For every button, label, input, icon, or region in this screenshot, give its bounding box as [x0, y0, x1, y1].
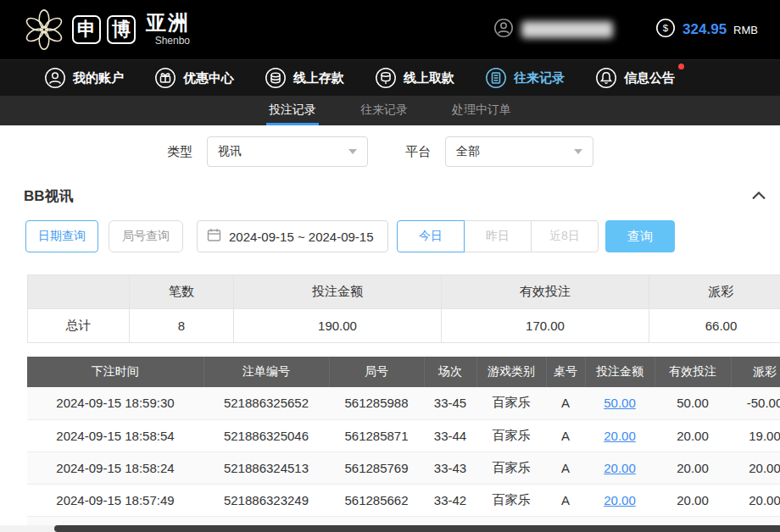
col-game-type: 游戏类别	[476, 357, 546, 387]
nav-item-my-account[interactable]: 我的账户	[44, 67, 124, 89]
nav-item-label: 线上取款	[404, 70, 454, 86]
cell-table: A	[546, 452, 585, 484]
nav-item-announcements[interactable]: 信息公告	[595, 67, 675, 89]
balance-amount: 324.95	[682, 21, 727, 38]
platform-select-value: 全部	[456, 144, 480, 159]
nav-item-online-deposit[interactable]: 线上存款	[265, 67, 344, 89]
type-select[interactable]: 视讯	[207, 136, 368, 167]
announcement-bell-icon	[595, 67, 617, 89]
cell-payout: 20.00	[731, 484, 780, 516]
brand-logo[interactable]: 申 博 亚洲 Shenbo	[22, 8, 190, 52]
tab-betting-records[interactable]: 投注记录	[266, 96, 319, 125]
bet-amount-link[interactable]: 20.00	[604, 493, 636, 507]
col-session: 场次	[424, 357, 476, 387]
cell-game-type: 百家乐	[476, 387, 546, 419]
notification-badge-dot	[678, 64, 684, 69]
search-button[interactable]: 查询	[605, 220, 675, 252]
platform-select[interactable]: 全部	[445, 136, 593, 167]
table-row: 2024-09-15 18:57:49 521886323249 5612856…	[27, 484, 780, 516]
cell-valid-bet: 20.00	[655, 484, 731, 516]
platform-label: 平台	[405, 144, 431, 160]
last-8-days-button[interactable]: 近8日	[531, 220, 599, 252]
date-query-button[interactable]: 日期查询	[25, 220, 98, 252]
summary-total-label: 总计	[28, 309, 130, 343]
cell-bet-id: 521886324513	[203, 452, 329, 484]
user-avatar-icon	[493, 18, 514, 42]
col-valid-bet: 有效投注	[655, 357, 731, 387]
summary-header-row: 笔数 投注金额 有效投注 派彩	[28, 275, 780, 309]
cell-payout: -50.00	[731, 387, 780, 419]
date-range-input[interactable]: 2024-09-15 ~ 2024-09-15	[197, 220, 388, 252]
balance-display[interactable]: $ 324.95 RMB	[655, 18, 758, 42]
lotus-flower-icon	[22, 8, 66, 52]
summary-col-blank	[28, 275, 130, 309]
tab-transaction-records[interactable]: 往来记录	[358, 96, 410, 125]
deposit-coins-icon	[265, 67, 287, 89]
horizontal-scrollbar-thumb[interactable]	[54, 525, 780, 532]
yesterday-button[interactable]: 昨日	[464, 220, 532, 252]
cell-valid-bet: 20.00	[655, 419, 731, 452]
bet-records-table: 下注时间 注单编号 局号 场次 游戏类别 桌号 投注金额 有效投注 派彩 202…	[27, 357, 780, 532]
round-query-button[interactable]: 局号查询	[109, 220, 183, 252]
bet-amount-link[interactable]: 20.00	[604, 461, 636, 475]
tab-processing-orders[interactable]: 处理中订单	[449, 96, 514, 125]
bet-amount-link[interactable]: 20.00	[604, 429, 636, 443]
summary-count-value: 8	[130, 309, 234, 343]
table-row: 2024-09-15 18:58:24 521886324513 5612857…	[27, 452, 780, 484]
col-table: 桌号	[546, 357, 585, 387]
logo-char-box: 博	[107, 15, 136, 44]
account-info[interactable]	[493, 18, 613, 42]
cell-round: 561285662	[329, 484, 424, 516]
cell-table: A	[546, 419, 585, 452]
cell-bet-id: 521886323249	[203, 484, 329, 516]
nav-item-promotions[interactable]: 优惠中心	[154, 67, 234, 89]
cell-valid-bet: 20.00	[655, 452, 731, 484]
summary-total-row: 总计 8 190.00 170.00 66.00	[28, 309, 780, 343]
records-icon	[485, 67, 507, 89]
section-header: BB视讯	[0, 178, 780, 213]
type-select-value: 视讯	[218, 144, 242, 159]
summary-col-count: 笔数	[130, 275, 234, 309]
cell-valid-bet: 50.00	[655, 387, 731, 419]
cell-round: 561285871	[329, 419, 424, 452]
chevron-down-icon	[574, 149, 582, 154]
username-blurred	[521, 21, 613, 38]
summary-col-valid-bet: 有效投注	[442, 275, 649, 309]
cell-table: A	[546, 387, 585, 419]
nav-item-transaction-records[interactable]: 往来记录	[485, 67, 565, 89]
table-row: 2024-09-15 18:59:30 521886325652 5612859…	[27, 387, 780, 419]
dollar-coin-icon: $	[655, 18, 676, 42]
today-button[interactable]: 今日	[397, 220, 465, 252]
nav-item-label: 往来记录	[514, 70, 565, 86]
nav-item-label: 线上存款	[293, 70, 344, 86]
nav-item-label: 信息公告	[624, 70, 675, 86]
calendar-icon	[207, 228, 221, 245]
date-range-value: 2024-09-15 ~ 2024-09-15	[229, 230, 374, 244]
col-bet-amount: 投注金额	[585, 357, 655, 387]
bet-amount-link[interactable]: 50.00	[604, 396, 636, 410]
cell-game-type: 百家乐	[476, 484, 546, 516]
summary-payout-value: 66.00	[649, 309, 780, 343]
query-toolbar: 日期查询 局号查询 2024-09-15 ~ 2024-09-15 今日 昨日 …	[0, 215, 780, 258]
logo-region-text: 亚洲	[146, 13, 190, 33]
quick-range-group: 今日 昨日 近8日	[397, 220, 599, 252]
cell-session: 33-45	[424, 387, 476, 419]
col-bet-time: 下注时间	[27, 357, 203, 387]
main-navigation: 我的账户 优惠中心 线上存款 线上取款	[0, 59, 780, 96]
cell-bet-id: 521886325046	[203, 419, 329, 452]
nav-item-online-withdrawal[interactable]: 线上取款	[375, 67, 454, 89]
col-round: 局号	[329, 357, 424, 387]
horizontal-scrollbar-track[interactable]	[0, 525, 780, 532]
section-title: BB视讯	[24, 186, 74, 206]
summary-bet-amount-value: 190.00	[234, 309, 442, 343]
cell-bet-time: 2024-09-15 18:58:24	[27, 452, 203, 484]
chevron-down-icon	[348, 149, 357, 154]
collapse-section-button[interactable]	[751, 191, 766, 201]
user-icon	[44, 67, 66, 89]
col-payout: 派彩	[731, 357, 780, 387]
summary-table: 笔数 投注金额 有效投注 派彩 总计 8 190.00 170.00 66.00	[27, 274, 780, 343]
cell-game-type: 百家乐	[476, 419, 546, 452]
summary-col-payout: 派彩	[649, 275, 780, 309]
svg-text:$: $	[663, 23, 669, 33]
balance-currency: RMB	[733, 24, 758, 36]
